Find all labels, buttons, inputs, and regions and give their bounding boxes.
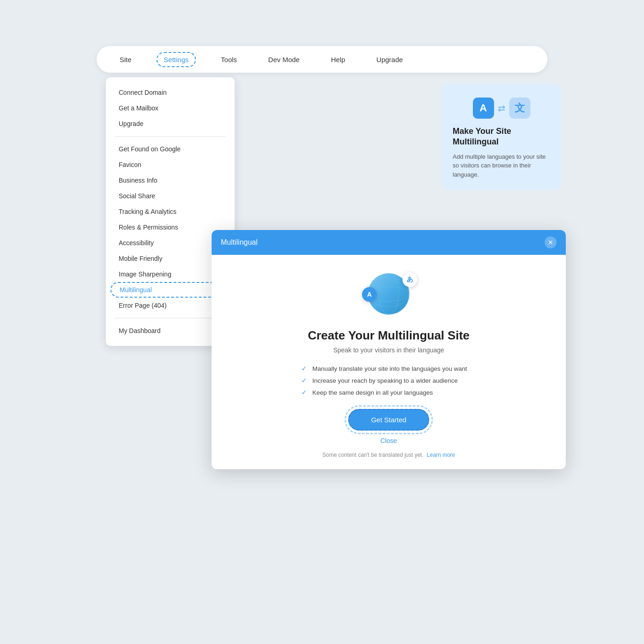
info-card-desc: Add multiple languages to your site so v… [453, 152, 550, 179]
nav-devmode[interactable]: Dev Mode [262, 53, 306, 66]
modal-header: Multilingual ✕ [212, 230, 566, 255]
multilingual-modal: Multilingual ✕ A あ Create Your Multiling… [212, 230, 566, 469]
info-card-title: Make Your Site Multilingual [453, 126, 550, 148]
dropdown-get-mailbox[interactable]: Get a Mailbox [106, 100, 235, 116]
modal-title: Multilingual [221, 238, 258, 247]
nav-help[interactable]: Help [324, 53, 351, 66]
dropdown-upgrade[interactable]: Upgrade [106, 116, 235, 132]
feature-item-3: ✓ Keep the same design in all your langu… [301, 389, 476, 396]
dropdown-tracking[interactable]: Tracking & Analytics [106, 204, 235, 219]
get-started-button[interactable]: Get Started [348, 409, 430, 431]
feature-text-3: Keep the same design in all your languag… [312, 389, 433, 396]
letter-a-icon: A [473, 98, 494, 119]
feature-item-2: ✓ Increase your reach by speaking to a w… [301, 377, 476, 384]
globe-illustration: A あ [356, 269, 421, 319]
dropdown-business-info[interactable]: Business Info [106, 172, 235, 188]
feature-text-2: Increase your reach by speaking to a wid… [312, 377, 458, 384]
modal-body: A あ Create Your Multilingual Site Speak … [212, 255, 566, 469]
divider-2 [115, 318, 225, 318]
feature-item-1: ✓ Manually translate your site into the … [301, 365, 476, 372]
modal-heading: Create Your Multilingual Site [235, 328, 543, 343]
nav-tools[interactable]: Tools [214, 53, 243, 66]
modal-subheading: Speak to your visitors in their language [235, 346, 543, 354]
dropdown-get-found[interactable]: Get Found on Google [106, 141, 235, 157]
dropdown-social-share[interactable]: Social Share [106, 188, 235, 204]
dropdown-connect-domain[interactable]: Connect Domain [106, 85, 235, 100]
check-icon-3: ✓ [301, 389, 307, 396]
footer-note: Some content can't be translated just ye… [235, 452, 543, 458]
nav-site[interactable]: Site [113, 53, 138, 66]
top-nav: Site Settings Tools Dev Mode Help Upgrad… [97, 46, 547, 73]
info-card: A ⇄ 文 Make Your Site Multilingual Add mu… [442, 84, 561, 190]
scene: Site Settings Tools Dev Mode Help Upgrad… [69, 46, 575, 598]
divider-1 [115, 136, 225, 137]
modal-close-button[interactable]: ✕ [545, 236, 557, 248]
check-icon-2: ✓ [301, 377, 307, 384]
footer-note-text: Some content can't be translated just ye… [322, 452, 424, 458]
check-icon-1: ✓ [301, 365, 307, 372]
feature-text-1: Manually translate your site into the la… [312, 365, 467, 372]
feature-list: ✓ Manually translate your site into the … [301, 365, 476, 396]
close-link[interactable]: Close [235, 437, 543, 444]
letter-zh-icon: 文 [509, 98, 530, 119]
translate-icon-area: A ⇄ 文 [453, 98, 550, 119]
nav-settings[interactable]: Settings [156, 52, 196, 67]
learn-more-link[interactable]: Learn more [427, 452, 455, 458]
arrows-icon: ⇄ [498, 103, 506, 114]
svg-point-1 [379, 274, 399, 314]
badge-a: A [362, 287, 377, 302]
dropdown-favicon[interactable]: Favicon [106, 157, 235, 172]
badge-jp: あ [402, 272, 417, 287]
nav-upgrade[interactable]: Upgrade [370, 53, 409, 66]
